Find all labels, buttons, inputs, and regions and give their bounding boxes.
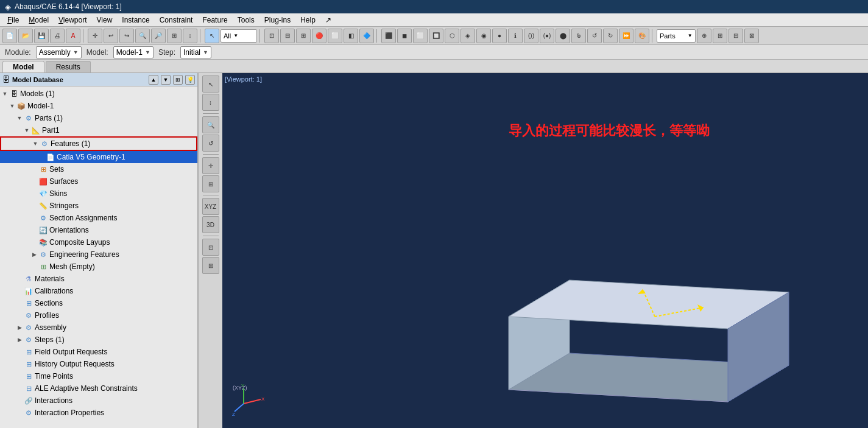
- tree-item-model1[interactable]: ▼ 📦 Model-1: [0, 100, 197, 112]
- tree-item-profiles[interactable]: ⚙ Profiles: [0, 309, 197, 321]
- expand-model1-icon[interactable]: ▼: [9, 102, 16, 110]
- tree-collapse-btn[interactable]: ▼: [161, 75, 171, 85]
- mesh4-btn[interactable]: 🔴: [312, 29, 326, 43]
- tree-item-time-points[interactable]: ⊞ Time Points: [0, 370, 197, 382]
- tree-expand-btn[interactable]: ▲: [149, 75, 158, 85]
- zoom-out-btn[interactable]: 🔎: [151, 29, 166, 43]
- menu-arrow[interactable]: ↗: [320, 15, 336, 26]
- vtool-axis-btn[interactable]: XYZ: [202, 198, 219, 215]
- extra4-btn[interactable]: ⊠: [744, 29, 759, 43]
- mesh3-btn[interactable]: ⊞: [296, 29, 311, 43]
- zoom-in-btn[interactable]: 🔍: [135, 29, 150, 43]
- view1-btn[interactable]: ⬛: [381, 29, 396, 43]
- tree-item-interactions[interactable]: 🔗 Interactions: [0, 395, 197, 407]
- tree-item-sections[interactable]: ⊞ Sections: [0, 297, 197, 309]
- view12-btn[interactable]: ⬤: [556, 29, 570, 43]
- tree-item-skins[interactable]: 💎 Skins: [0, 188, 197, 200]
- tree-item-composite[interactable]: 📚 Composite Layups: [0, 236, 197, 248]
- extra1-btn[interactable]: ⊕: [697, 29, 711, 43]
- tree-item-mesh[interactable]: ⊞ Mesh (Empty): [0, 261, 197, 273]
- redo-btn[interactable]: ↪: [119, 29, 134, 43]
- mesh5-btn[interactable]: ⬜: [328, 29, 342, 43]
- vtool-grid-btn[interactable]: ⊞: [202, 257, 219, 274]
- print-btn[interactable]: 🖨: [50, 29, 65, 43]
- vtool-fit-btn[interactable]: ⊞: [202, 175, 219, 192]
- assembly-expand-icon[interactable]: ▶: [16, 324, 23, 331]
- step-dropdown[interactable]: Initial ▼: [180, 46, 211, 58]
- tree-item-parts[interactable]: ▼ ⚙ Parts (1): [0, 112, 197, 124]
- color-btn[interactable]: 🎨: [635, 29, 649, 43]
- eng-expand-icon[interactable]: ▶: [30, 251, 38, 258]
- save-btn[interactable]: 💾: [34, 29, 49, 43]
- menu-instance[interactable]: Instance: [117, 15, 154, 26]
- tree-settings-btn[interactable]: 💡: [185, 75, 195, 85]
- menu-viewport[interactable]: Viewport: [54, 15, 91, 26]
- tree-item-engineering-features[interactable]: ▶ ⚙ Engineering Features: [0, 248, 197, 261]
- anim-btn[interactable]: ⏩: [619, 29, 633, 43]
- vtool-move-btn[interactable]: ↕: [202, 94, 219, 111]
- parts-dropdown[interactable]: Parts ▼: [657, 29, 696, 43]
- tree-item-features[interactable]: ▼ ⚙ Features (1): [0, 136, 197, 151]
- expand-models-icon[interactable]: ▼: [1, 90, 9, 97]
- open-btn[interactable]: 📂: [18, 29, 33, 43]
- select-btn[interactable]: ↖: [205, 29, 219, 43]
- rotate2-btn[interactable]: ↻: [603, 29, 618, 43]
- model-dropdown[interactable]: Model-1 ▼: [113, 46, 153, 58]
- mesh2-btn[interactable]: ⊟: [280, 29, 295, 43]
- tree-item-sets[interactable]: ⊞ Sets: [0, 163, 197, 175]
- vtool-zoom-btn[interactable]: 🔍: [202, 116, 219, 133]
- view4-btn[interactable]: 🔲: [429, 29, 443, 43]
- vtool-rotate-btn[interactable]: ↺: [202, 135, 219, 152]
- tree-item-part1[interactable]: ▼ 📐 Part1: [0, 124, 197, 136]
- tree-item-orientations[interactable]: 🔄 Orientations: [0, 224, 197, 236]
- view2-btn[interactable]: ◼: [397, 29, 412, 43]
- tree-item-history-output[interactable]: ⊞ History Output Requests: [0, 358, 197, 370]
- expand-features-icon[interactable]: ▼: [32, 140, 39, 147]
- menu-model[interactable]: Model: [24, 15, 54, 26]
- view11-btn[interactable]: (●): [540, 29, 554, 43]
- steps-expand-icon[interactable]: ▶: [16, 336, 23, 343]
- undo-btn[interactable]: ↩: [104, 29, 118, 43]
- view8-btn[interactable]: ●: [492, 29, 507, 43]
- tree-item-surfaces[interactable]: 🟥 Surfaces: [0, 175, 197, 188]
- tree-item-interaction-props[interactable]: ⚙ Interaction Properties: [0, 407, 197, 419]
- vtool-view3d-btn[interactable]: 3D: [202, 216, 219, 233]
- tree-item-assembly[interactable]: ▶ ⚙ Assembly: [0, 321, 197, 334]
- tree-item-section-assignments[interactable]: ⚙ Section Assignments: [0, 212, 197, 224]
- tab-model[interactable]: Model: [2, 61, 44, 72]
- view9-btn[interactable]: ℹ: [508, 29, 523, 43]
- rotate-btn[interactable]: ↺: [587, 29, 602, 43]
- view7-btn[interactable]: ◉: [476, 29, 491, 43]
- vtool-snap-btn[interactable]: ⊡: [202, 239, 219, 256]
- view6-btn[interactable]: ◈: [460, 29, 475, 43]
- tree-item-steps[interactable]: ▶ ⚙ Steps (1): [0, 334, 197, 346]
- tree-item-ale-mesh[interactable]: ⊟ ALE Adaptive Mesh Constraints: [0, 382, 197, 395]
- tree-item-models[interactable]: ▼ 🗄 Models (1): [0, 88, 197, 100]
- expand-part1-icon[interactable]: ▼: [23, 127, 30, 134]
- vtool-pan-btn[interactable]: ✛: [202, 157, 219, 174]
- menu-tools[interactable]: Tools: [233, 15, 259, 26]
- fit-btn[interactable]: ⊞: [167, 29, 182, 43]
- menu-feature[interactable]: Feature: [197, 15, 232, 26]
- menu-file[interactable]: File: [2, 15, 24, 26]
- tree-item-calibrations[interactable]: 📊 Calibrations: [0, 285, 197, 297]
- extra3-btn[interactable]: ⊟: [729, 29, 743, 43]
- view10-btn[interactable]: ()): [524, 29, 538, 43]
- tree-item-field-output[interactable]: ⊞ Field Output Requests: [0, 346, 197, 358]
- pan-btn[interactable]: ↕: [183, 29, 197, 43]
- view13-btn[interactable]: 🖱: [571, 29, 586, 43]
- expand-parts-icon[interactable]: ▼: [16, 114, 23, 122]
- new-btn[interactable]: 📄: [2, 29, 17, 43]
- menu-plugins[interactable]: Plug-ins: [259, 15, 295, 26]
- menu-constraint[interactable]: Constraint: [155, 15, 198, 26]
- menu-view[interactable]: View: [92, 15, 118, 26]
- mesh7-btn[interactable]: 🔷: [359, 29, 374, 43]
- extra2-btn[interactable]: ⊞: [713, 29, 727, 43]
- view5-btn[interactable]: ⬡: [445, 29, 459, 43]
- module-dropdown[interactable]: Assembly ▼: [36, 46, 82, 58]
- abaqus-btn[interactable]: A: [66, 29, 80, 43]
- view3-btn[interactable]: ⬜: [413, 29, 428, 43]
- menu-help[interactable]: Help: [295, 15, 320, 26]
- tab-results[interactable]: Results: [46, 61, 91, 72]
- tree-item-materials[interactable]: ⚗ Materials: [0, 273, 197, 285]
